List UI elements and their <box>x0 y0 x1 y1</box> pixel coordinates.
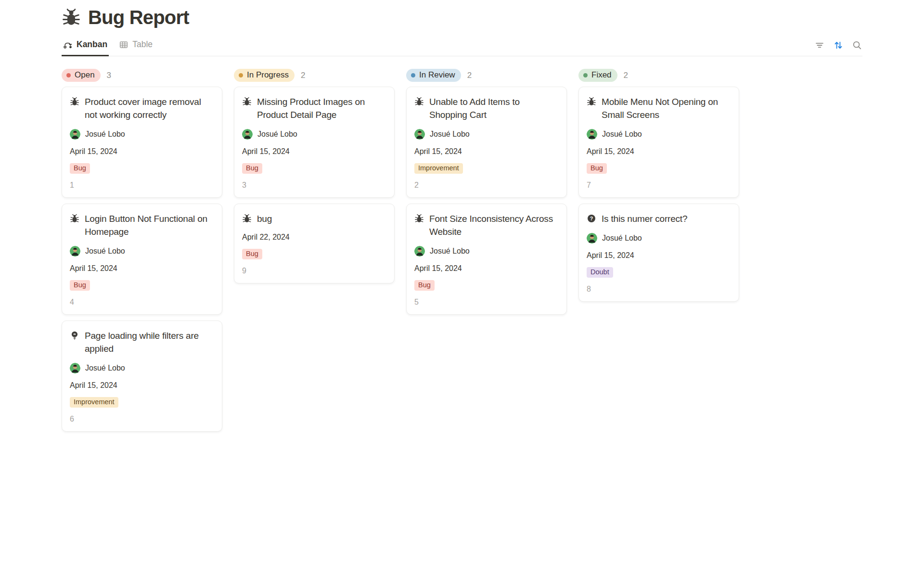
tab-table-label: Table <box>132 39 153 50</box>
card-assignee: Josué Lobo <box>587 233 731 244</box>
card-number: 5 <box>414 298 559 307</box>
avatar <box>70 363 80 373</box>
kanban-card[interactable]: Font Size Inconsistency Across Website J… <box>406 204 567 315</box>
card-number: 9 <box>242 267 386 275</box>
card-title: Mobile Menu Not Opening on Small Screens <box>602 95 731 121</box>
avatar <box>414 246 425 256</box>
avatar <box>242 129 253 140</box>
card-date: April 15, 2024 <box>414 264 559 273</box>
status-pill[interactable]: In Progress <box>234 69 295 82</box>
column-count: 2 <box>467 71 472 80</box>
avatar <box>414 129 425 140</box>
card-tag: Bug <box>414 280 435 291</box>
status-label: In Progress <box>247 70 289 80</box>
column-cards: Missing Product Images on Product Detail… <box>234 87 395 283</box>
assignee-name: Josué Lobo <box>602 130 642 139</box>
kanban-card[interactable]: Unable to Add Items to Shopping Cart Jos… <box>406 87 567 198</box>
card-date: April 15, 2024 <box>70 264 214 273</box>
avatar <box>70 246 80 256</box>
kanban-card[interactable]: bug April 22, 2024 Bug 9 <box>234 204 395 283</box>
bug-icon <box>414 214 424 223</box>
card-assignee: Josué Lobo <box>242 129 386 140</box>
status-label: In Review <box>419 70 455 80</box>
assignee-name: Josué Lobo <box>430 247 470 256</box>
filter-icon[interactable] <box>814 40 825 51</box>
column-cards: Product cover image removal not working … <box>62 87 222 432</box>
board-column: Open 3 Product cover image removal not w… <box>62 69 222 432</box>
kanban-view-icon <box>63 40 73 50</box>
card-assignee: Josué Lobo <box>70 129 214 140</box>
bug-icon <box>242 214 252 223</box>
view-toolbar <box>814 40 862 56</box>
card-tag: Bug <box>242 163 262 174</box>
question-mark-icon <box>587 214 596 223</box>
status-dot-icon <box>583 73 588 77</box>
avatar <box>70 129 80 140</box>
status-dot-icon <box>411 73 415 77</box>
kanban-card[interactable]: Mobile Menu Not Opening on Small Screens… <box>578 87 739 198</box>
assignee-name: Josué Lobo <box>85 364 125 372</box>
kanban-card[interactable]: Login Button Not Functional on Homepage … <box>62 204 222 315</box>
assignee-name: Josué Lobo <box>85 247 125 256</box>
status-dot-icon <box>66 73 71 77</box>
sort-arrows-icon[interactable] <box>833 40 844 51</box>
card-tag: Improvement <box>70 397 118 408</box>
card-title-row: bug <box>242 212 386 225</box>
card-tag: Improvement <box>414 163 463 174</box>
bug-icon <box>242 97 252 106</box>
tab-kanban[interactable]: Kanban <box>62 37 109 56</box>
card-tag: Bug <box>70 280 90 291</box>
card-date: April 15, 2024 <box>70 381 214 390</box>
kanban-card[interactable]: Missing Product Images on Product Detail… <box>234 87 395 198</box>
kanban-card[interactable]: Product cover image removal not working … <box>62 87 222 198</box>
card-tag: Bug <box>70 163 90 174</box>
card-title-row: Missing Product Images on Product Detail… <box>242 95 386 121</box>
tab-kanban-label: Kanban <box>77 39 107 50</box>
status-pill[interactable]: In Review <box>406 69 461 82</box>
card-number: 2 <box>414 181 559 190</box>
card-title: Is this numer correct? <box>602 212 687 225</box>
card-title-row: Mobile Menu Not Opening on Small Screens <box>587 95 731 121</box>
kanban-card[interactable]: Is this numer correct? Josué Lobo April … <box>578 204 739 302</box>
view-tab-bar: Kanban Table <box>62 37 862 56</box>
card-assignee: Josué Lobo <box>414 246 559 256</box>
card-title-row: Product cover image removal not working … <box>70 95 214 121</box>
card-date: April 15, 2024 <box>414 147 559 156</box>
card-date: April 15, 2024 <box>587 147 731 156</box>
board-column: In Progress 2 Missing Product Images on … <box>234 69 395 283</box>
card-title-row: Font Size Inconsistency Across Website <box>414 212 559 238</box>
status-label: Fixed <box>591 70 612 80</box>
table-view-icon <box>119 40 128 50</box>
column-count: 3 <box>107 71 111 80</box>
card-title: Font Size Inconsistency Across Website <box>429 212 559 238</box>
card-date: April 15, 2024 <box>242 147 386 156</box>
card-tag: Doubt <box>587 267 613 278</box>
card-assignee: Josué Lobo <box>70 246 214 256</box>
assignee-name: Josué Lobo <box>430 130 470 139</box>
status-pill[interactable]: Open <box>62 69 101 82</box>
column-header: Open 3 <box>62 69 222 82</box>
card-tag: Bug <box>242 249 262 259</box>
status-dot-icon <box>239 73 243 77</box>
card-date: April 15, 2024 <box>587 251 731 260</box>
kanban-card[interactable]: Page loading while filters are applied J… <box>62 321 222 432</box>
bug-icon <box>70 97 79 106</box>
card-date: April 22, 2024 <box>242 233 386 242</box>
card-number: 4 <box>70 298 214 307</box>
tab-table[interactable]: Table <box>117 37 154 56</box>
column-cards: Unable to Add Items to Shopping Cart Jos… <box>406 87 567 315</box>
card-number: 7 <box>587 181 731 190</box>
card-number: 6 <box>70 415 214 423</box>
card-title: Product cover image removal not working … <box>85 95 214 121</box>
bug-report-page: Bug Report Kanban Table Open 3 <box>0 6 924 432</box>
assignee-name: Josué Lobo <box>602 234 642 243</box>
kanban-board: Open 3 Product cover image removal not w… <box>62 69 862 432</box>
search-icon[interactable] <box>852 40 862 51</box>
column-header: In Progress 2 <box>234 69 395 82</box>
card-number: 1 <box>70 181 214 190</box>
bug-icon <box>414 97 424 106</box>
board-column: Fixed 2 Mobile Menu Not Opening on Small… <box>578 69 739 302</box>
status-pill[interactable]: Fixed <box>578 69 617 82</box>
card-title: Unable to Add Items to Shopping Cart <box>429 95 559 121</box>
card-assignee: Josué Lobo <box>70 363 214 373</box>
